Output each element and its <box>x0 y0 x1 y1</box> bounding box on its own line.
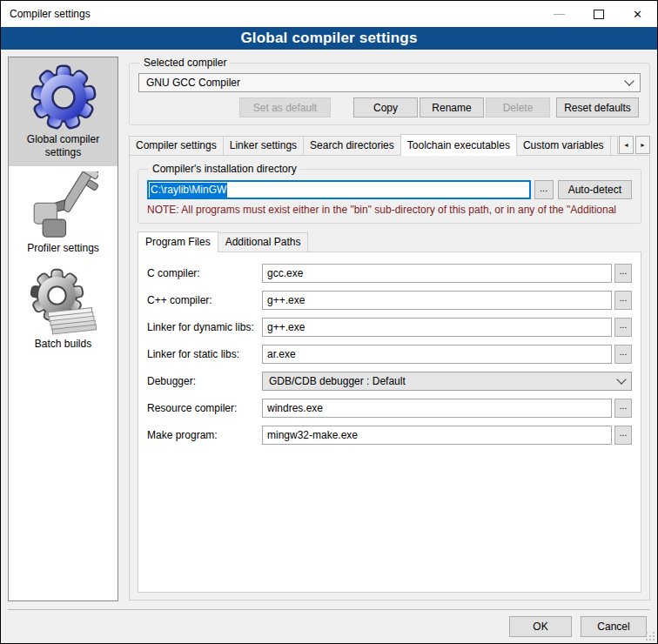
debugger-select[interactable]: GDB/CDB debugger : Default <box>262 372 632 391</box>
caliper-icon <box>29 171 98 241</box>
cpp-compiler-input[interactable] <box>262 291 612 310</box>
sidebar-item-global-compiler-settings[interactable]: Global compiler settings <box>9 57 118 166</box>
make-program-row: Make program: ... <box>147 426 632 445</box>
installation-directory-label: Compiler's installation directory <box>149 163 300 175</box>
cpp-compiler-label: C++ compiler: <box>147 294 262 306</box>
make-program-input[interactable] <box>262 426 612 445</box>
tab-search-directories[interactable]: Search directories <box>303 136 401 155</box>
cpp-compiler-browse-button[interactable]: ... <box>614 291 632 310</box>
minimize-button: — <box>540 1 579 27</box>
c-compiler-row: C compiler: ... <box>147 264 632 283</box>
tab-program-files[interactable]: Program Files <box>138 231 218 252</box>
compiler-select-value: GNU GCC Compiler <box>146 77 240 89</box>
program-files-tabs: Program Files Additional Paths <box>138 231 641 252</box>
resize-grip[interactable] <box>646 632 648 634</box>
make-program-browse-button[interactable]: ... <box>614 426 632 445</box>
c-compiler-browse-button[interactable]: ... <box>614 264 632 283</box>
delete-button: Delete <box>486 97 550 117</box>
static-linker-input[interactable] <box>262 345 612 364</box>
minimize-icon: — <box>554 10 565 18</box>
window-title: Compiler settings <box>1 8 540 20</box>
tab-scrollers: ◄ ► <box>617 136 650 154</box>
dynamic-linker-input[interactable] <box>262 318 612 337</box>
dialog-footer: OK Cancel <box>8 609 650 643</box>
tab-custom-variables[interactable]: Custom variables <box>516 136 611 155</box>
compiler-select[interactable]: GNU GCC Compiler <box>138 73 641 92</box>
static-linker-browse-button[interactable]: ... <box>614 345 632 364</box>
compiler-buttons-row: Set as default Copy Rename Delete Reset … <box>138 97 641 117</box>
page-title: Global compiler settings <box>1 27 657 50</box>
cancel-button[interactable]: Cancel <box>581 616 647 637</box>
settings-category-list: Global compiler settings Profiler settin… <box>8 57 118 601</box>
reset-defaults-button[interactable]: Reset defaults <box>556 97 639 117</box>
tab-scroll-right-button[interactable]: ► <box>635 136 650 154</box>
toolchain-executables-panel: Compiler's installation directory C:\ray… <box>129 155 650 600</box>
dialog-body: Global compiler settings Profiler settin… <box>1 50 657 600</box>
copy-button[interactable]: Copy <box>353 97 418 117</box>
gear-icon <box>29 63 98 132</box>
rename-button[interactable]: Rename <box>420 97 484 117</box>
c-compiler-input[interactable] <box>262 264 612 283</box>
resource-compiler-row: Resource compiler: ... <box>147 399 632 418</box>
close-icon: ✕ <box>633 8 642 21</box>
bin-subdirectory-note: NOTE: All programs must exist either in … <box>147 204 632 216</box>
tab-toolchain-executables[interactable]: Toolchain executables <box>400 134 517 156</box>
tab-linker-settings[interactable]: Linker settings <box>223 136 304 155</box>
auto-detect-button[interactable]: Auto-detect <box>558 180 632 199</box>
resource-compiler-browse-button[interactable]: ... <box>614 399 632 418</box>
debugger-row: Debugger: GDB/CDB debugger : Default <box>147 372 632 391</box>
close-button[interactable]: ✕ <box>618 1 657 27</box>
ok-button[interactable]: OK <box>509 616 572 637</box>
installation-directory-value: C:\raylib\MinGW <box>150 183 227 198</box>
compiler-settings-dialog: Compiler settings — ✕ Global compiler se… <box>0 0 658 644</box>
set-as-default-button: Set as default <box>239 97 331 117</box>
debugger-select-value: GDB/CDB debugger : Default <box>269 375 406 387</box>
sidebar-item-batch-builds[interactable]: Batch builds <box>9 262 118 358</box>
dynamic-linker-browse-button[interactable]: ... <box>614 318 632 337</box>
static-linker-label: Linker for static libs: <box>147 348 262 360</box>
tab-compiler-settings[interactable]: Compiler settings <box>129 136 224 155</box>
installation-directory-input[interactable]: C:\raylib\MinGW <box>147 180 531 199</box>
tab-scroll-right-icon: ► <box>640 142 646 148</box>
cpp-compiler-row: C++ compiler: ... <box>147 291 632 310</box>
selected-compiler-groupbox: Selected compiler GNU GCC Compiler Set a… <box>129 57 650 125</box>
installation-directory-row: C:\raylib\MinGW ... Auto-detect <box>147 180 632 199</box>
chevron-down-icon <box>624 76 634 85</box>
chevron-down-icon <box>616 374 626 384</box>
sidebar-item-label: Global compiler settings <box>10 133 116 159</box>
sidebar-item-profiler-settings[interactable]: Profiler settings <box>9 166 118 262</box>
settings-tabs: Compiler settings Linker settings Search… <box>129 134 650 155</box>
maximize-button[interactable] <box>579 1 618 27</box>
sidebar-item-label: Batch builds <box>10 338 116 351</box>
static-linker-row: Linker for static libs: ... <box>147 345 632 364</box>
tab-additional-paths[interactable]: Additional Paths <box>218 232 309 252</box>
maximize-icon <box>594 10 604 19</box>
settings-content: Selected compiler GNU GCC Compiler Set a… <box>129 57 650 600</box>
resource-compiler-label: Resource compiler: <box>147 402 262 414</box>
resource-compiler-input[interactable] <box>262 399 612 418</box>
batch-builds-gear-stack-icon <box>29 267 98 337</box>
dynamic-linker-label: Linker for dynamic libs: <box>147 321 262 333</box>
sidebar-item-label: Profiler settings <box>10 242 116 255</box>
dynamic-linker-row: Linker for dynamic libs: ... <box>147 318 632 337</box>
selected-compiler-label: Selected compiler <box>140 57 230 69</box>
program-files-page: C compiler: ... C++ compiler: ... Linker… <box>138 252 641 593</box>
installation-directory-groupbox: Compiler's installation directory C:\ray… <box>138 163 641 224</box>
tab-scroll-left-icon: ◄ <box>623 142 629 148</box>
titlebar: Compiler settings — ✕ <box>1 1 657 27</box>
browse-directory-button[interactable]: ... <box>534 180 554 199</box>
debugger-label: Debugger: <box>147 375 262 387</box>
c-compiler-label: C compiler: <box>147 267 262 279</box>
tab-scroll-left-button[interactable]: ◄ <box>619 136 634 154</box>
make-program-label: Make program: <box>147 429 262 441</box>
